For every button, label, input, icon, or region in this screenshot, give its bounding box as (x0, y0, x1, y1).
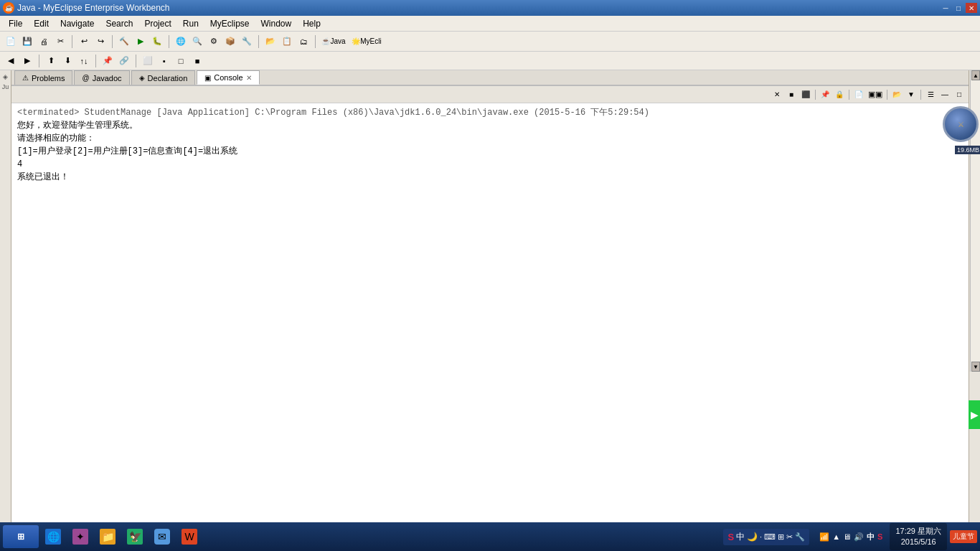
perspective-myeclipse[interactable]: 🌟 MyEcli (349, 34, 385, 50)
tab-console[interactable]: ▣ Console ✕ (197, 70, 259, 85)
toolbar-btn-3[interactable]: 🖨 (36, 34, 52, 50)
toolbar-group-4: 🌐 🔍 ⚙ 📦 🔧 (173, 34, 255, 50)
systray-speaker[interactable]: 🔊 (854, 532, 864, 542)
toolbar2-btn-10[interactable]: □ (173, 53, 189, 69)
toolbar-btn-2[interactable]: 💾 (19, 34, 35, 50)
menu-search[interactable]: Search (100, 17, 138, 30)
menu-edit[interactable]: Edit (28, 17, 55, 30)
build-button[interactable]: 🔨 (116, 34, 132, 50)
console-dropdown-btn[interactable]: ▼ (905, 88, 918, 101)
taskbar-icon-5[interactable]: ✉ (149, 525, 175, 548)
explorer-icon: 📁 (100, 529, 116, 545)
console-scroll-lock-btn[interactable]: 🔒 (833, 88, 846, 101)
perspective-java[interactable]: ☕ Java (319, 34, 348, 50)
icon-5: ✉ (154, 529, 170, 545)
start-button[interactable]: ⊞ (3, 525, 39, 548)
menu-navigate[interactable]: Navigate (55, 17, 100, 30)
clock-time: 17:29 星期六 (895, 526, 941, 537)
new-button[interactable]: 📄 (3, 34, 19, 50)
ime-keyboard-btn[interactable]: ⌨ (764, 532, 776, 542)
console-terminate-btn[interactable]: ⬛ (799, 88, 812, 101)
console-min-btn[interactable]: — (938, 88, 951, 101)
menu-help[interactable]: Help (297, 17, 326, 30)
toolbar2-btn-5[interactable]: ↑↓ (76, 53, 92, 69)
systray-hw: 🖥 (843, 532, 851, 541)
window-controls: ─ □ ✕ (940, 3, 977, 13)
menu-myeclipse[interactable]: MyEclipse (204, 17, 255, 30)
scroll-up-btn[interactable]: ▲ (971, 70, 980, 80)
ime-btn-extra2[interactable]: ✂ (786, 532, 793, 542)
toolbar-btn-12[interactable]: 📂 (263, 34, 278, 50)
sep-6 (39, 55, 39, 67)
tab-javadoc[interactable]: @ Javadoc (74, 70, 129, 85)
toolbar-perspective: ☕ Java 🌟 MyEcli (319, 34, 385, 50)
console-copy-btn[interactable]: ▣▣ (867, 88, 884, 101)
menu-project[interactable]: Project (138, 17, 176, 30)
ie-icon: 🌐 (45, 529, 61, 545)
close-button[interactable]: ✕ (966, 3, 977, 13)
tab-declaration[interactable]: ◈ Declaration (131, 70, 196, 85)
taskbar-icon-6[interactable]: W (176, 525, 202, 548)
toolbar2-btn-1[interactable]: ◀ (3, 53, 19, 69)
toolbar2-btn-3[interactable]: ⬆ (43, 53, 59, 69)
taskbar-icon-4[interactable]: 🦅 (122, 525, 148, 548)
ime-btn-extra3[interactable]: 🔧 (795, 532, 805, 542)
systray-arrow[interactable]: ▲ (832, 532, 840, 541)
ime-btn-extra1[interactable]: ⊞ (778, 532, 784, 542)
javadoc-icon: @ (82, 74, 89, 82)
toolbar2-btn-4[interactable]: ⬇ (60, 53, 75, 69)
console-stop-btn[interactable]: ■ (785, 88, 798, 101)
console-close-btn[interactable]: ✕ (246, 74, 252, 82)
console-new-btn[interactable]: 📄 (852, 88, 865, 101)
taskbar-icon-ie[interactable]: 🌐 (40, 525, 66, 548)
toolbar2-group-4: ⬜ ▪ □ ■ (140, 53, 205, 69)
console-view-menu-btn[interactable]: ☰ (924, 88, 937, 101)
icon-6: W (182, 529, 197, 545)
secondary-toolbar: ◀ ▶ ⬆ ⬇ ↑↓ 📌 🔗 ⬜ ▪ □ ■ (0, 52, 980, 70)
toolbar-btn-11[interactable]: 🔧 (239, 34, 255, 50)
toolbar2-btn-8[interactable]: ⬜ (140, 53, 156, 69)
scroll-down-btn[interactable]: ▼ (971, 362, 980, 372)
menu-window[interactable]: Window (255, 17, 298, 30)
run-button[interactable]: ▶ (133, 34, 149, 50)
toolbar2-btn-2[interactable]: ▶ (19, 53, 35, 69)
taskbar-icon-vs[interactable]: ✦ (67, 525, 93, 548)
toolbar2-btn-7[interactable]: 🔗 (116, 53, 132, 69)
maximize-button[interactable]: □ (953, 3, 964, 13)
systray-sogou[interactable]: S (877, 532, 882, 541)
toolbar-btn-7[interactable]: 🌐 (173, 34, 189, 50)
toolbar2-btn-6[interactable]: 📌 (100, 53, 116, 69)
toolbar-btn-8[interactable]: 🔍 (189, 34, 205, 50)
ime-moon-btn[interactable]: 🌙 (747, 532, 758, 542)
toolbar2-btn-11[interactable]: ■ (189, 53, 205, 69)
console-max-btn[interactable]: □ (953, 88, 966, 101)
taskbar-icon-explorer[interactable]: 📁 (95, 525, 121, 548)
right-panel: ⚔ 19.6MB ▶ ▲ ▼ (969, 70, 980, 551)
menu-file[interactable]: File (3, 17, 28, 30)
menu-run[interactable]: Run (177, 17, 204, 30)
ime-dot-btn[interactable]: · (760, 532, 762, 541)
console-clear-btn[interactable]: ✕ (771, 88, 783, 101)
toolbar-btn-13[interactable]: 📋 (279, 34, 295, 50)
debug-button[interactable]: 🐛 (149, 34, 165, 50)
toolbar-btn-9[interactable]: ⚙ (206, 34, 222, 50)
ime-chinese-btn[interactable]: 中 (736, 531, 745, 543)
minimize-button[interactable]: ─ (940, 3, 951, 13)
console-pin-btn[interactable]: 📌 (819, 88, 831, 101)
ide-wrapper: ☕ Java - MyEclipse Enterprise Workbench … (0, 0, 980, 551)
toolbar-btn-14[interactable]: 🗂 (296, 34, 311, 50)
clock[interactable]: 17:29 星期六 2015/5/16 (890, 523, 947, 551)
toolbar-btn-5[interactable]: ↩ (76, 34, 92, 50)
tab-problems[interactable]: ⚠ Problems (14, 70, 72, 85)
title-bar-left: ☕ Java - MyEclipse Enterprise Workbench (3, 2, 170, 14)
toolbar-btn-6[interactable]: ↪ (93, 34, 108, 50)
systray-ime-zh[interactable]: 中 (867, 532, 875, 542)
console-sep-1 (815, 90, 816, 100)
toolbar2-btn-9[interactable]: ▪ (156, 53, 172, 69)
sep-1 (72, 35, 72, 48)
green-arrow-tab[interactable]: ▶ (969, 400, 980, 429)
icon-4: 🦅 (127, 529, 143, 545)
toolbar-btn-10[interactable]: 📦 (222, 34, 238, 50)
toolbar-btn-4[interactable]: ✂ (52, 34, 68, 50)
console-open-file-btn[interactable]: 📂 (890, 88, 903, 101)
